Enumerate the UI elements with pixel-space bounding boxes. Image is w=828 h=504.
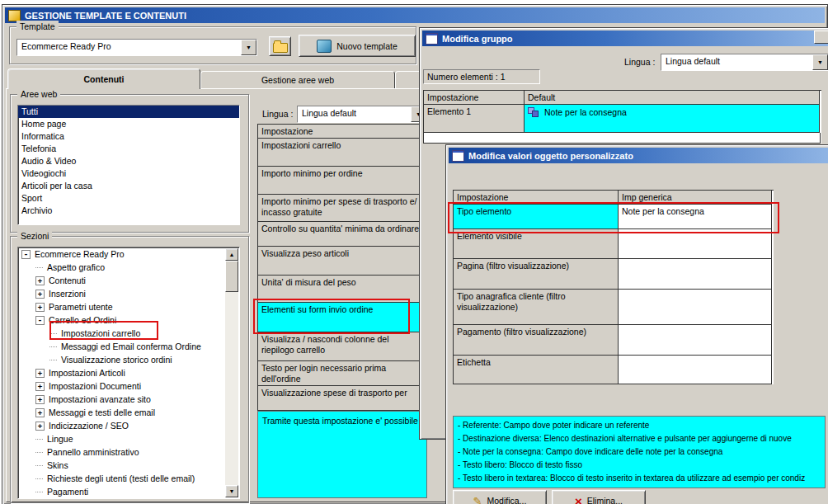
open-folder-button[interactable] <box>269 36 291 56</box>
expand-icon[interactable] <box>35 303 45 312</box>
lingua-select[interactable]: Lingua default ▼ <box>297 106 427 123</box>
valori-row-value-pagina[interactable] <box>619 259 772 290</box>
tree-item-pagamenti[interactable]: Pagamenti <box>18 485 239 498</box>
elimina-button[interactable]: × Elimina... <box>552 490 646 504</box>
settings-grid: Impostazione Impostazioni carrello Impor… <box>257 124 428 411</box>
valori-row-name-pagamento[interactable]: Pagamento (filtro visualizzazione) <box>454 325 619 356</box>
valori-row-name-tipo-anagrafica[interactable]: Tipo anagrafica cliente (filtro visualiz… <box>454 290 619 325</box>
valori-row-name-tipo-elemento[interactable]: Tipo elemento <box>454 205 619 229</box>
lingua-select[interactable]: Lingua default ▼ <box>661 54 828 71</box>
list-item-home-page[interactable]: Home page <box>18 118 239 130</box>
expand-icon[interactable] <box>35 369 45 378</box>
list-item-archivio[interactable]: Archivio <box>18 205 239 217</box>
chevron-down-icon[interactable]: ▼ <box>812 54 828 70</box>
close-button[interactable] <box>814 31 828 44</box>
chevron-down-icon[interactable]: ▼ <box>241 40 256 55</box>
info-line: - Destinazione diversa: Elenco destinazi… <box>458 432 821 445</box>
tree-item-indicizzazione-seo[interactable]: Indicizzazione / SEO <box>18 419 239 432</box>
tree-item-impostazioni-carrello[interactable]: Impostazioni carrello <box>18 327 239 340</box>
tree-item-label: Impostazioni Documenti <box>49 381 141 391</box>
tree-item-aspetto-grafico[interactable]: Aspetto grafico <box>18 261 239 274</box>
gruppo-row-value[interactable]: Note per la consegna <box>525 105 820 133</box>
expand-icon[interactable] <box>35 395 45 404</box>
tree-item-pannello-amministrativo[interactable]: Pannello amministrativo <box>18 445 239 459</box>
list-item-articoli-casa[interactable]: Articoli per la casa <box>18 180 239 192</box>
expand-icon[interactable] <box>35 276 45 285</box>
tree-item-root[interactable]: Ecommerce Ready Pro <box>18 247 239 261</box>
tree-item-label: Ecommerce Ready Pro <box>35 249 125 259</box>
list-item-informatica[interactable]: Informatica <box>18 130 239 143</box>
list-item-videogiochi[interactable]: Videogiochi <box>18 167 239 180</box>
modifica-button[interactable]: ✎ Modifica... <box>453 490 547 504</box>
setting-row[interactable]: Importo minimo per spese di trasporto e/… <box>258 195 427 222</box>
collapse-icon[interactable] <box>35 316 45 325</box>
tree-item-label: Messaggi e testi delle email <box>49 407 155 417</box>
tree-item-label: Impostazioni avanzate sito <box>49 394 151 404</box>
tree-item-inserzioni[interactable]: Inserzioni <box>18 287 239 300</box>
setting-row-selected[interactable]: Elementi su form invio ordine <box>258 303 427 332</box>
expand-icon[interactable] <box>35 290 45 299</box>
tree-connector <box>49 346 57 347</box>
new-template-button[interactable]: Nuovo template <box>299 35 416 57</box>
valori-row-name-elemento-visibile[interactable]: Elemento visibile <box>454 229 619 259</box>
setting-row[interactable]: Visualizza / nascondi colonne del riepil… <box>258 332 427 361</box>
tab-gestione-aree-web-label: Gestione aree web <box>261 75 334 85</box>
tree-item-storico-ordini[interactable]: Visualizzazione storico ordini <box>18 353 239 366</box>
modifica-valori-window: Modifica valori oggetto personalizzato I… <box>445 144 828 504</box>
modifica-valori-titlebar[interactable]: Modifica valori oggetto personalizzato <box>449 148 828 163</box>
valori-row-value-elemento-visibile[interactable] <box>619 229 772 259</box>
main-titlebar[interactable]: GESTIONE TEMPLATE E CONTENUTI <box>5 7 825 23</box>
tree-item-label: Carrello ed Ordini <box>49 315 116 325</box>
tree-item-skins[interactable]: Skins <box>18 459 239 472</box>
scroll-up-icon[interactable]: ▲ <box>225 248 238 261</box>
scrollbar-thumb[interactable] <box>225 261 238 292</box>
setting-row[interactable]: Testo per login necessario prima dell'or… <box>258 361 427 386</box>
tree-item-parametri-utente[interactable]: Parametri utente <box>18 300 239 313</box>
window-icon <box>426 33 438 45</box>
lingua-select-value: Lingua default <box>298 106 411 122</box>
info-line: - Testo libero: Blocco di testo fisso <box>458 459 821 472</box>
valori-row-value-tipo-elemento[interactable]: Note per la consegna <box>619 205 772 229</box>
setting-row[interactable]: Controllo su quantita' minima da ordinar… <box>258 222 427 247</box>
expand-icon[interactable] <box>35 408 45 417</box>
tree-item-carrello-ordini[interactable]: Carrello ed Ordini <box>18 313 239 327</box>
list-item-tutti[interactable]: Tutti <box>18 106 239 118</box>
modifica-gruppo-titlebar[interactable]: Modifica gruppo <box>422 31 828 46</box>
setting-row[interactable]: Visualizzazione spese di trasporto per <box>258 386 427 411</box>
tree-connector <box>35 465 43 466</box>
delete-x-icon: × <box>575 496 582 504</box>
tree-item-impostazioni-articoli[interactable]: Impostazioni Articoli <box>18 366 239 379</box>
setting-description-box: Tramite questa impostazione e' possibile <box>257 411 427 498</box>
tree-item-lingue[interactable]: Lingue <box>18 432 239 445</box>
tree-item-label: Pannello amministrativo <box>47 447 139 457</box>
setting-row[interactable]: Importo minimo per ordine <box>258 167 427 195</box>
tree-item-contenuti[interactable]: Contenuti <box>18 274 239 287</box>
list-item-audio-video[interactable]: Audio & Video <box>18 155 239 167</box>
tab-contenuti[interactable]: Contenuti <box>7 68 200 89</box>
expand-icon[interactable] <box>35 382 45 391</box>
valori-row-value-etichetta[interactable] <box>619 356 772 384</box>
valori-row-value-tipo-anagrafica[interactable] <box>619 290 772 325</box>
setting-row[interactable]: Unita' di misura del peso <box>258 276 427 303</box>
tree-item-impostazioni-documenti[interactable]: Impostazioni Documenti <box>18 379 239 393</box>
template-select[interactable]: Ecommerce Ready Pro ▼ <box>16 39 257 56</box>
valori-row-name-pagina[interactable]: Pagina (filtro visualizzazione) <box>454 259 619 290</box>
gruppo-row-name[interactable]: Elemento 1 <box>424 105 525 133</box>
tree-item-label: Contenuti <box>49 276 86 285</box>
tree-item-richieste-utenti[interactable]: Richieste degli utenti (testi delle emai… <box>18 472 239 485</box>
collapse-icon[interactable] <box>21 250 31 259</box>
tree-item-spese-trasporto[interactable]: Spese di trasporto <box>18 498 239 499</box>
tree-item-impostazioni-avanzate[interactable]: Impostazioni avanzate sito <box>18 393 239 406</box>
valori-row-name-etichetta[interactable]: Etichetta <box>454 356 619 384</box>
setting-row[interactable]: Impostazioni carrello <box>258 139 427 167</box>
scroll-down-icon[interactable]: ▼ <box>225 485 238 497</box>
tree-scrollbar[interactable]: ▲ ▼ <box>225 248 238 497</box>
list-item-sport[interactable]: Sport <box>18 192 239 205</box>
tree-item-messaggi-testi-email[interactable]: Messaggi e testi delle email <box>18 406 239 419</box>
setting-row[interactable]: Visualizza peso articoli <box>258 247 427 276</box>
tree-item-messaggi-email-ordine[interactable]: Messaggi ed Email conferma Ordine <box>18 340 239 353</box>
valori-row-value-pagamento[interactable] <box>619 325 772 356</box>
expand-icon[interactable] <box>35 422 45 431</box>
list-item-telefonia[interactable]: Telefonia <box>18 143 239 155</box>
tab-gestione-aree-web[interactable]: Gestione aree web <box>200 71 395 88</box>
